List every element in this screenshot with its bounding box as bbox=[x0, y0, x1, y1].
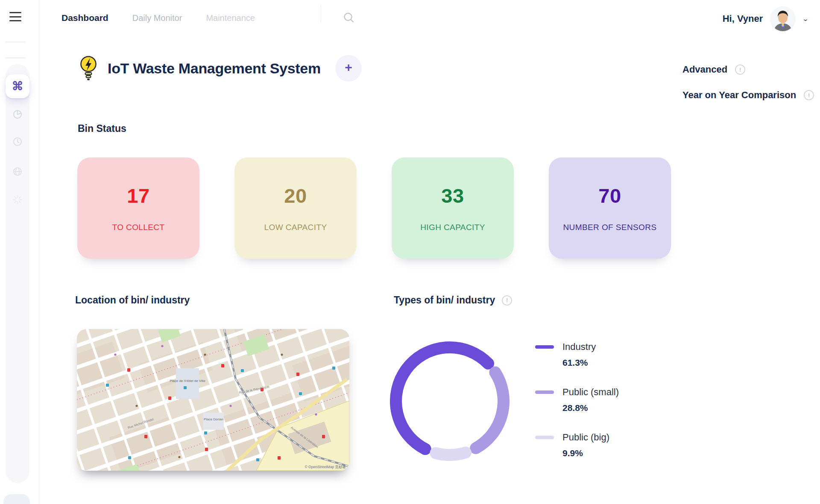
user-menu[interactable]: Hi, Vyner ⌄ bbox=[723, 6, 808, 32]
stat-value: 70 bbox=[598, 184, 621, 208]
year-on-year-link[interactable]: Year on Year Comparison ! bbox=[682, 90, 814, 101]
sidebar-item-command[interactable]: ⌘ bbox=[6, 74, 29, 98]
legend-value: 61.3% bbox=[562, 358, 619, 368]
sidebar-divider bbox=[5, 41, 26, 43]
command-icon: ⌘ bbox=[12, 81, 23, 92]
top-nav-tabs: Dashboard Daily Monitor Maintenance bbox=[62, 9, 255, 27]
map-place-label: Place Dorian bbox=[204, 417, 223, 421]
map-widget[interactable]: Place de l'Hôtel de Ville Place Dorian R… bbox=[77, 329, 349, 471]
chevron-down-icon[interactable]: ⌄ bbox=[802, 15, 809, 22]
legend-label: Public (small) bbox=[562, 387, 619, 398]
donut-chart-svg bbox=[386, 337, 514, 465]
stat-label: NUMBER OF SENSORS bbox=[563, 222, 657, 233]
topbar-divider bbox=[321, 4, 321, 23]
stat-label: LOW CAPACITY bbox=[264, 222, 327, 233]
stat-card-to-collect: 17 TO COLLECT bbox=[77, 157, 199, 259]
legend-label: Industry bbox=[562, 341, 619, 353]
types-section-heading-row: Types of bin/ industry ! bbox=[394, 294, 512, 306]
legend-swatch bbox=[535, 390, 554, 394]
search-icon bbox=[343, 12, 355, 24]
sidebar-item-loading[interactable] bbox=[6, 188, 29, 212]
stat-value: 17 bbox=[127, 184, 149, 208]
pie-chart-icon bbox=[12, 109, 23, 120]
tab-daily-monitor[interactable]: Daily Monitor bbox=[132, 13, 182, 23]
legend-item-public-small: Public (small) 28.8% bbox=[535, 387, 619, 413]
stat-label: TO COLLECT bbox=[112, 222, 165, 233]
user-greeting: Hi, Vyner bbox=[723, 13, 763, 24]
legend-item-industry: Industry 61.3% bbox=[535, 341, 619, 368]
donut-segment bbox=[436, 452, 466, 455]
map-image: Place de l'Hôtel de Ville Place Dorian R… bbox=[77, 329, 349, 471]
page-title: IoT Waste Management System bbox=[108, 60, 321, 77]
stat-card-number-of-sensors: 70 NUMBER OF SENSORS bbox=[549, 157, 671, 259]
sidebar: ⌘ bbox=[0, 0, 39, 504]
stat-card-high-capacity: 33 HIGH CAPACITY bbox=[392, 157, 514, 259]
legend-value: 28.8% bbox=[562, 403, 619, 413]
clock-icon bbox=[12, 136, 23, 147]
advanced-link[interactable]: Advanced ! bbox=[682, 64, 814, 75]
stat-value: 20 bbox=[284, 184, 307, 208]
stat-label: HIGH CAPACITY bbox=[420, 222, 485, 233]
bin-status-heading: Bin Status bbox=[78, 123, 126, 134]
info-icon[interactable]: ! bbox=[735, 64, 745, 75]
tab-dashboard[interactable]: Dashboard bbox=[62, 13, 108, 23]
sidebar-footer-item bbox=[3, 494, 30, 504]
lightbulb-icon bbox=[79, 55, 98, 82]
stat-card-low-capacity: 20 LOW CAPACITY bbox=[234, 157, 357, 259]
legend-item-public-big: Public (big) 9.9% bbox=[535, 432, 619, 458]
types-section-heading: Types of bin/ industry bbox=[394, 294, 495, 306]
donut-segment bbox=[396, 347, 488, 449]
loader-icon bbox=[12, 194, 23, 205]
sidebar-track bbox=[6, 64, 29, 483]
stat-value: 33 bbox=[441, 184, 464, 208]
sidebar-item-globe[interactable] bbox=[6, 160, 29, 184]
sidebar-item-analytics[interactable] bbox=[6, 102, 29, 126]
page-title-row: IoT Waste Management System + bbox=[79, 55, 362, 82]
dashboard-page: ⌘ bbox=[0, 0, 820, 504]
map-place-label: Place de l'Hôtel de Ville bbox=[170, 379, 205, 383]
bin-status-cards: 17 TO COLLECT 20 LOW CAPACITY 33 HIGH CA… bbox=[77, 157, 671, 259]
search-button[interactable] bbox=[341, 10, 357, 26]
legend-swatch bbox=[535, 345, 554, 349]
sidebar-item-history[interactable] bbox=[6, 130, 29, 154]
year-on-year-label: Year on Year Comparison bbox=[682, 90, 796, 101]
right-panel-links: Advanced ! Year on Year Comparison ! bbox=[682, 64, 814, 115]
map-attribution: © OpenStreetMap 贡献者 bbox=[305, 465, 346, 469]
advanced-label: Advanced bbox=[682, 64, 727, 75]
types-donut-chart bbox=[386, 337, 514, 465]
add-button[interactable]: + bbox=[335, 55, 362, 82]
info-icon[interactable]: ! bbox=[502, 295, 512, 306]
location-section-heading: Location of bin/ industry bbox=[75, 294, 190, 306]
sidebar-divider bbox=[5, 57, 26, 58]
chart-legend: Industry 61.3% Public (small) 28.8% Publ… bbox=[535, 341, 619, 477]
info-icon[interactable]: ! bbox=[804, 90, 814, 100]
legend-label: Public (big) bbox=[562, 432, 619, 443]
hamburger-menu-icon[interactable] bbox=[9, 12, 21, 21]
avatar[interactable] bbox=[770, 6, 795, 31]
legend-swatch bbox=[535, 436, 554, 439]
globe-icon bbox=[12, 166, 23, 177]
tab-maintenance[interactable]: Maintenance bbox=[206, 13, 255, 23]
legend-value: 9.9% bbox=[562, 448, 619, 458]
donut-segment bbox=[476, 373, 504, 449]
